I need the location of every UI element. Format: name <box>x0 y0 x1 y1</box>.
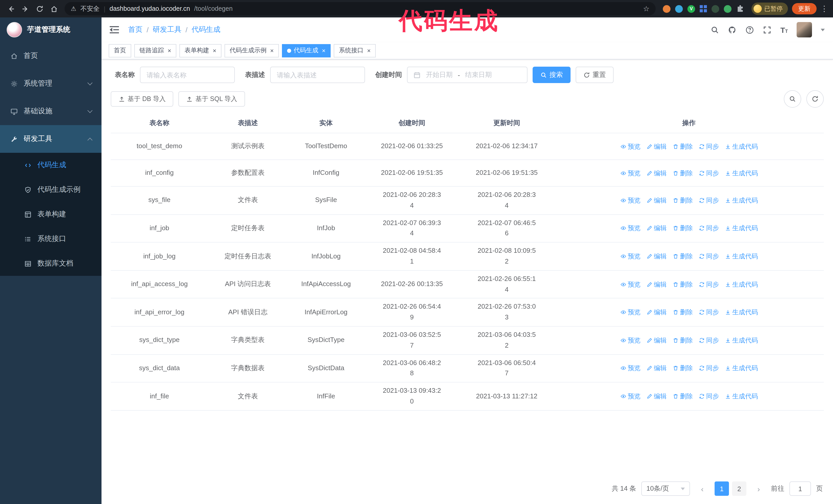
sync-link[interactable]: 同步 <box>698 141 719 151</box>
preview-link[interactable]: 预览 <box>620 223 641 234</box>
browser-profile-chip[interactable]: 已暂停 <box>752 3 788 15</box>
preview-link[interactable]: 预览 <box>620 391 641 402</box>
table-name-input[interactable] <box>140 67 235 83</box>
delete-link[interactable]: 删除 <box>672 251 693 262</box>
github-icon[interactable] <box>728 25 737 34</box>
delete-link[interactable]: 删除 <box>672 223 693 234</box>
sidebar-subitem-form-builder[interactable]: 表单构建 <box>0 202 101 226</box>
close-icon[interactable]: × <box>270 47 274 54</box>
close-icon[interactable]: × <box>322 47 326 54</box>
sidebar-logo[interactable]: 芋道管理系统 <box>0 18 101 42</box>
delete-link[interactable]: 删除 <box>672 363 693 374</box>
sidebar-subitem-system-api[interactable]: 系统接口 <box>0 226 101 251</box>
tab[interactable]: 代码生成× <box>282 44 331 57</box>
preview-link[interactable]: 预览 <box>620 141 641 151</box>
tab[interactable]: 首页 <box>109 44 131 57</box>
delete-link[interactable]: 删除 <box>672 141 693 151</box>
preview-link[interactable]: 预览 <box>620 279 641 289</box>
sidebar-subitem-codegen-example[interactable]: 代码生成示例 <box>0 177 101 202</box>
preview-link[interactable]: 预览 <box>620 363 641 374</box>
puzzle-icon[interactable] <box>736 5 744 13</box>
edit-link[interactable]: 编辑 <box>646 141 667 151</box>
sync-link[interactable]: 同步 <box>698 335 719 345</box>
preview-link[interactable]: 预览 <box>620 168 641 178</box>
header-search-icon[interactable] <box>711 25 719 34</box>
close-icon[interactable]: × <box>213 47 216 54</box>
refresh-table-button[interactable] <box>806 90 824 108</box>
close-icon[interactable]: × <box>367 47 371 54</box>
edit-link[interactable]: 编辑 <box>646 391 667 402</box>
tab[interactable]: 系统接口× <box>334 44 376 57</box>
sync-link[interactable]: 同步 <box>698 168 719 178</box>
sync-link[interactable]: 同步 <box>698 223 719 234</box>
preview-link[interactable]: 预览 <box>620 195 641 206</box>
sidebar-subitem-codegen[interactable]: 代码生成 <box>0 153 101 177</box>
tab[interactable]: 链路追踪× <box>134 44 176 57</box>
delete-link[interactable]: 删除 <box>672 279 693 289</box>
generate-code-link[interactable]: 生成代码 <box>724 141 758 151</box>
import-sql-button[interactable]: 基于 SQL 导入 <box>178 91 245 106</box>
delete-link[interactable]: 删除 <box>672 168 693 178</box>
sync-link[interactable]: 同步 <box>698 251 719 262</box>
leaf-extension-icon[interactable] <box>724 5 732 13</box>
user-avatar[interactable] <box>796 22 812 38</box>
orange-extension-icon[interactable] <box>663 5 670 13</box>
breadcrumb-home[interactable]: 首页 <box>128 25 143 34</box>
back-icon[interactable] <box>4 2 18 16</box>
sidebar-item-home[interactable]: 首页 <box>0 42 101 70</box>
grid-extension-icon[interactable] <box>700 5 707 12</box>
toggle-search-button[interactable] <box>784 90 801 108</box>
edit-link[interactable]: 编辑 <box>646 307 667 317</box>
edit-link[interactable]: 编辑 <box>646 251 667 262</box>
date-range-picker[interactable]: 开始日期 - 结束日期 <box>407 67 527 83</box>
page-size-select[interactable]: 10条/页 <box>641 481 690 496</box>
edit-link[interactable]: 编辑 <box>646 195 667 206</box>
bookmark-star-icon[interactable]: ☆ <box>643 5 649 13</box>
next-page-icon[interactable]: › <box>752 481 766 496</box>
generate-code-link[interactable]: 生成代码 <box>724 391 758 402</box>
edit-link[interactable]: 编辑 <box>646 279 667 289</box>
sidebar-item-devtools[interactable]: 研发工具 <box>0 125 101 153</box>
preview-link[interactable]: 预览 <box>620 251 641 262</box>
delete-link[interactable]: 删除 <box>672 391 693 402</box>
browser-menu-icon[interactable]: ⋮ <box>820 4 829 13</box>
prev-page-icon[interactable]: ‹ <box>695 481 710 496</box>
import-db-button[interactable]: 基于 DB 导入 <box>111 91 173 106</box>
delete-link[interactable]: 删除 <box>672 307 693 317</box>
reload-icon[interactable] <box>33 2 46 16</box>
edit-link[interactable]: 编辑 <box>646 335 667 345</box>
help-icon[interactable] <box>745 25 754 34</box>
generate-code-link[interactable]: 生成代码 <box>724 279 758 289</box>
page-number-1[interactable]: 1 <box>715 481 729 496</box>
blue-extension-icon[interactable] <box>675 5 683 13</box>
edit-link[interactable]: 编辑 <box>646 168 667 178</box>
sync-link[interactable]: 同步 <box>698 279 719 289</box>
page-number-2[interactable]: 2 <box>732 481 746 496</box>
generate-code-link[interactable]: 生成代码 <box>724 335 758 345</box>
sync-link[interactable]: 同步 <box>698 391 719 402</box>
generate-code-link[interactable]: 生成代码 <box>724 223 758 234</box>
fullscreen-icon[interactable] <box>763 25 772 34</box>
sidebar-item-system[interactable]: 系统管理 <box>0 70 101 97</box>
home-icon[interactable] <box>47 2 61 16</box>
green-check-extension-icon[interactable]: V <box>687 5 695 13</box>
generate-code-link[interactable]: 生成代码 <box>724 168 758 178</box>
sidebar-subitem-db-doc[interactable]: 数据库文档 <box>0 251 101 276</box>
table-desc-input[interactable] <box>270 67 365 83</box>
edit-link[interactable]: 编辑 <box>646 223 667 234</box>
sync-link[interactable]: 同步 <box>698 363 719 374</box>
chrome-update-button[interactable]: 更新 <box>792 3 816 14</box>
address-bar[interactable]: ⚠ 不安全 | dashboard.yudao.iocoder.cn /tool… <box>65 2 656 16</box>
tab[interactable]: 代码生成示例× <box>224 44 279 57</box>
avatar-caret-icon[interactable] <box>821 28 825 31</box>
reset-button[interactable]: 重置 <box>576 67 614 83</box>
generate-code-link[interactable]: 生成代码 <box>724 363 758 374</box>
search-button[interactable]: 搜索 <box>532 67 571 83</box>
generate-code-link[interactable]: 生成代码 <box>724 251 758 262</box>
delete-link[interactable]: 删除 <box>672 335 693 345</box>
preview-link[interactable]: 预览 <box>620 335 641 345</box>
edit-link[interactable]: 编辑 <box>646 363 667 374</box>
goto-page-input[interactable] <box>789 481 811 496</box>
sync-link[interactable]: 同步 <box>698 307 719 317</box>
tab[interactable]: 表单构建× <box>180 44 221 57</box>
